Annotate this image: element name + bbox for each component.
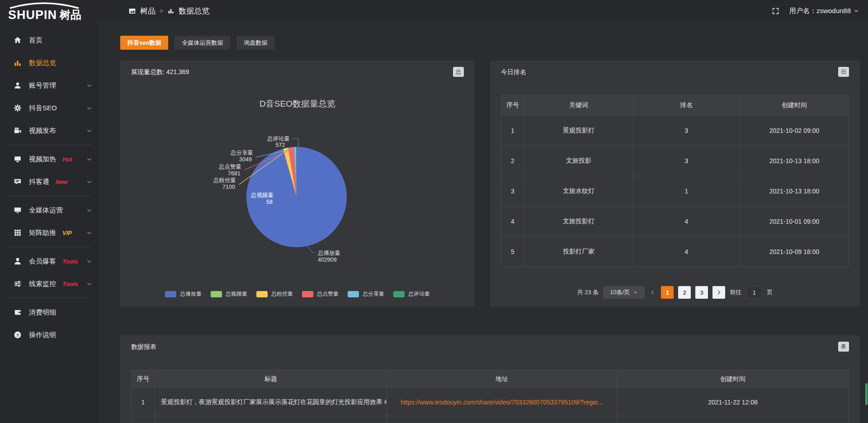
cell-index: 4 — [501, 207, 524, 237]
legend-item-总粉丝量[interactable]: 总粉丝量 — [256, 290, 293, 298]
chart-card-header: 展现量总数: 421,369 — [120, 61, 475, 84]
prev-page-button[interactable] — [649, 290, 656, 295]
page-button-3[interactable]: 3 — [695, 286, 708, 299]
legend-swatch — [165, 291, 176, 297]
next-page-button[interactable] — [712, 286, 725, 299]
col-created: 创建时间 — [740, 95, 849, 116]
cell-rank: 4 — [633, 237, 740, 267]
username-label: 用户名：zswodun88 — [789, 7, 851, 15]
user-dropdown[interactable]: 用户名：zswodun88 — [789, 7, 859, 15]
today-ranking-card: 今日排名 日 序号 关键词 排名 创建时间 1 景观投影灯 3 2021-10-… — [490, 61, 860, 307]
cell-keyword: 投影灯厂家 — [524, 237, 633, 267]
cell-rank: 3 — [633, 116, 740, 146]
person-icon — [14, 257, 22, 265]
legend-swatch — [393, 291, 405, 297]
breadcrumb-separator: > — [160, 7, 163, 14]
legend-label: 总分享量 — [363, 290, 384, 298]
data-report-card: 数据报表 表 序号 标题 地址 创建时间 1 景观投影灯，夜游景观投影灯厂家展示… — [120, 335, 860, 423]
tab-douyin-seo-data[interactable]: 抖音seo数据 — [120, 36, 168, 50]
sidebar-item-grid[interactable]: 矩阵助推VIP — [0, 221, 99, 244]
col-created: 创建时间 — [617, 370, 849, 388]
chevron-down-icon — [86, 258, 92, 264]
pie-label-name: 总播放量 — [317, 250, 340, 256]
sidebar-badge-hot: Hot — [62, 156, 72, 163]
page-button-1[interactable]: 1 — [661, 286, 674, 299]
sidebar-item-label: 抖客通 — [29, 178, 49, 186]
page-button-2[interactable]: 2 — [678, 286, 691, 299]
legend-item-总评论量[interactable]: 总评论量 — [393, 290, 430, 298]
col-url: 地址 — [387, 370, 617, 388]
table-badge-button[interactable]: 表 — [838, 342, 849, 352]
cell-index: 1 — [132, 388, 155, 416]
wallet-icon — [14, 308, 22, 316]
chart-title: D音SEO数据量总览 — [259, 99, 335, 108]
sidebar-item-user[interactable]: 账号管理 — [0, 74, 99, 97]
col-rank: 排名 — [633, 95, 740, 116]
chevron-down-icon — [633, 290, 638, 295]
chevron-down-icon — [86, 128, 92, 134]
sidebar-item-bar-chart[interactable]: 数据总览 — [0, 52, 99, 74]
cell-created: 2021-11-22 12:08 — [617, 388, 849, 416]
sidebar-item-chat[interactable]: 抖客通New — [0, 170, 99, 193]
sidebar-item-monitor[interactable]: 全媒体运营 — [0, 199, 99, 221]
main-content: 抖音seo数据 全媒体运营数据 询盘数据 展现量总数: 421,369 总 D音… — [99, 22, 868, 423]
data-tabs: 抖音seo数据 全媒体运营数据 询盘数据 — [120, 36, 860, 50]
ranking-card-title: 今日排名 — [501, 68, 526, 76]
video-link[interactable]: https://www.iesdouyin.com/share/video/70… — [401, 399, 603, 406]
day-badge-button[interactable]: 日 — [838, 67, 849, 77]
cell-created: 2021-10-02 09:00 — [740, 116, 849, 146]
app-logo[interactable]: SHUPIN 树品 — [0, 0, 99, 25]
legend-label: 总点赞量 — [317, 290, 339, 298]
scrollbar-thumb[interactable] — [865, 383, 868, 405]
legend-label: 总评论量 — [408, 290, 430, 298]
legend-item-总点赞量[interactable]: 总点赞量 — [302, 290, 339, 298]
pie-label-value: 58 — [266, 199, 273, 205]
col-index: 序号 — [132, 370, 155, 388]
sidebar-item-home[interactable]: 首页 — [0, 29, 99, 52]
pie-label-name: 总点赞量 — [218, 164, 241, 170]
sidebar-item-question[interactable]: ?操作说明 — [0, 324, 99, 346]
fullscreen-icon[interactable] — [772, 7, 779, 15]
cell-title: 景观投影灯，夜游景观投影灯厂家展示展示落花灯在花园里的灯光投影应用效果 # — [155, 388, 387, 416]
impressions-total-label: 展现量总数: 421,369 — [131, 68, 189, 76]
tab-media-operation-data[interactable]: 全媒体运营数据 — [175, 36, 230, 50]
sidebar-badge-tools: Tools — [62, 281, 78, 287]
sidebar-item-label: 会员爆客 — [29, 257, 56, 266]
sidebar-item-sliders[interactable]: 线索监控Tools — [0, 273, 99, 295]
chevron-down-icon — [86, 105, 92, 111]
cell-index — [132, 416, 155, 423]
legend-label: 总视频量 — [226, 290, 247, 298]
sidebar-item-label: 首页 — [29, 36, 42, 45]
cell-rank: 3 — [633, 146, 740, 176]
sidebar-item-wallet[interactable]: 消费明细 — [0, 301, 99, 324]
legend-swatch — [302, 291, 313, 297]
svg-text:?: ? — [16, 333, 19, 338]
legend-item-总分享量[interactable]: 总分享量 — [348, 290, 384, 298]
table-row: 1 景观投影灯，夜游景观投影灯厂家展示展示落花灯在花园里的灯光投影应用效果 # … — [132, 388, 849, 416]
legend-label: 总粉丝量 — [271, 290, 293, 298]
sidebar-item-screen[interactable]: 视频加热Hot — [0, 148, 99, 170]
sidebar-item-person[interactable]: 会员爆客Tools — [0, 250, 99, 273]
cell-created: 2021-10-13 18:00 — [740, 176, 849, 207]
sidebar-item-video-camera[interactable]: 视频发布 — [0, 119, 99, 142]
sidebar-item-gear[interactable]: 抖音SEO — [0, 97, 99, 119]
cell-index: 1 — [501, 116, 524, 146]
goto-page-input[interactable] — [746, 286, 762, 299]
col-keyword: 关键词 — [524, 95, 633, 116]
legend-swatch — [211, 291, 222, 297]
cell-title — [155, 416, 387, 423]
page-size-select[interactable]: 10条/页 — [603, 286, 645, 299]
legend-item-总视频量[interactable]: 总视频量 — [211, 290, 247, 298]
legend-item-总播放量[interactable]: 总播放量 — [165, 290, 202, 298]
breadcrumb-root[interactable]: 树品 — [140, 6, 156, 16]
sliders-icon — [14, 280, 22, 288]
pie-label-name: 总粉丝量 — [213, 177, 236, 183]
sidebar-divider — [7, 196, 91, 196]
video-camera-icon — [14, 127, 22, 135]
pagination: 共 23 条 10条/页 1 2 3 前往 页 — [490, 286, 860, 299]
sidebar-item-label: 线索监控 — [29, 280, 56, 288]
sidebar-item-label: 消费明细 — [29, 308, 56, 317]
total-badge-button[interactable]: 总 — [453, 67, 464, 77]
sidebar-item-label: 视频加热 — [29, 155, 56, 164]
tab-inquiry-data[interactable]: 询盘数据 — [236, 36, 274, 50]
